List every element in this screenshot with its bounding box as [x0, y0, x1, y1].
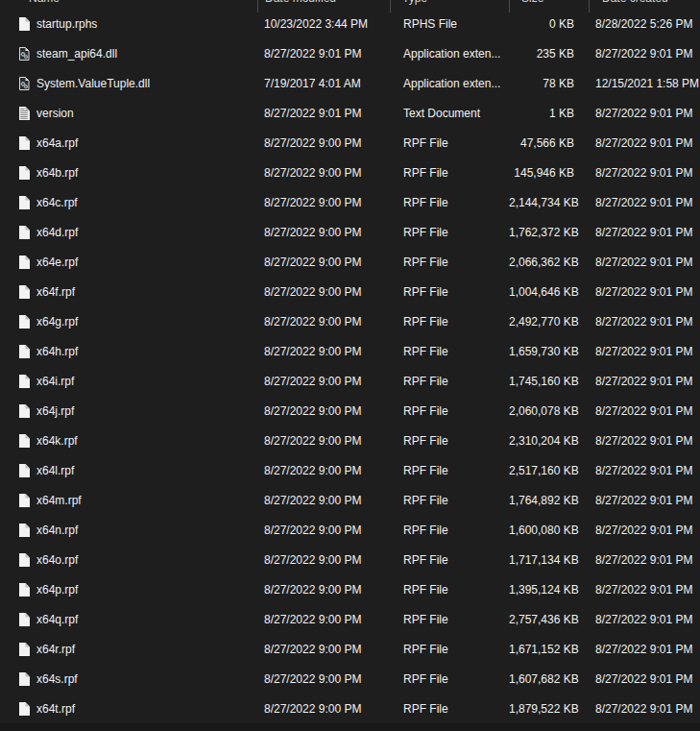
file-row[interactable]: x64k.rpf 8/27/2022 9:00 PM RPF File 2,31…: [0, 426, 700, 455]
size-cell: 2,517,160 KB: [509, 464, 589, 477]
date-modified-cell: 8/27/2022 9:00 PM: [257, 702, 390, 716]
name-cell: x64a.rpf: [0, 135, 257, 151]
date-modified-cell: 8/27/2022 9:00 PM: [257, 285, 390, 299]
file-row[interactable]: x64q.rpf 8/27/2022 9:00 PM RPF File 2,75…: [0, 604, 700, 634]
file-row[interactable]: x64o.rpf 8/27/2022 9:00 PM RPF File 1,71…: [0, 545, 700, 574]
blank-file-icon: [16, 135, 32, 151]
date-modified-cell: 8/27/2022 9:00 PM: [257, 226, 390, 239]
type-cell: RPF File: [390, 553, 509, 567]
file-row[interactable]: x64m.rpf 8/27/2022 9:00 PM RPF File 1,76…: [0, 485, 700, 515]
file-name: x64p.rpf: [36, 583, 78, 597]
size-cell: 1,600,080 KB: [509, 524, 589, 537]
date-created-cell: 8/27/2022 9:01 PM: [589, 643, 700, 656]
file-name: x64l.rpf: [36, 464, 74, 477]
date-created-cell: 8/27/2022 9:01 PM: [589, 583, 700, 597]
file-name: x64f.rpf: [36, 285, 75, 299]
file-name: x64a.rpf: [36, 136, 78, 150]
file-row[interactable]: x64h.rpf 8/27/2022 9:00 PM RPF File 1,65…: [0, 336, 700, 366]
date-modified-cell: 8/27/2022 9:00 PM: [257, 643, 390, 656]
size-cell: 1,607,682 KB: [509, 672, 589, 686]
type-cell: RPF File: [390, 613, 509, 626]
column-header-size[interactable]: Size: [521, 0, 543, 5]
size-cell: 235 KB: [509, 47, 589, 61]
date-modified-cell: 8/27/2022 9:01 PM: [257, 107, 390, 120]
date-modified-cell: 8/27/2022 9:00 PM: [257, 256, 390, 269]
type-cell: RPF File: [390, 285, 509, 299]
name-cell: x64j.rpf: [0, 403, 257, 419]
size-cell: 1,745,160 KB: [509, 375, 589, 388]
date-modified-cell: 8/27/2022 9:00 PM: [257, 583, 390, 597]
date-modified-cell: 8/27/2022 9:00 PM: [257, 404, 390, 418]
file-name: x64i.rpf: [36, 375, 74, 388]
file-row[interactable]: x64i.rpf 8/27/2022 9:00 PM RPF File 1,74…: [0, 366, 700, 396]
date-created-cell: 8/27/2022 9:01 PM: [589, 672, 700, 686]
file-row[interactable]: x64s.rpf 8/27/2022 9:00 PM RPF File 1,60…: [0, 664, 700, 694]
blank-file-icon: [16, 314, 32, 329]
name-cell: x64q.rpf: [0, 612, 257, 627]
blank-file-icon: [16, 16, 32, 32]
blank-file-icon: [16, 671, 32, 687]
name-cell: x64l.rpf: [0, 463, 257, 478]
column-header-type[interactable]: Type: [402, 0, 427, 5]
type-cell: RPF File: [390, 434, 509, 448]
blank-file-icon: [16, 374, 32, 389]
file-row[interactable]: x64p.rpf 8/27/2022 9:00 PM RPF File 1,39…: [0, 574, 700, 604]
size-cell: 2,310,204 KB: [509, 434, 589, 448]
date-created-cell: 8/28/2022 5:26 PM: [589, 17, 700, 31]
file-row[interactable]: x64j.rpf 8/27/2022 9:00 PM RPF File 2,06…: [0, 396, 700, 426]
date-created-cell: 8/27/2022 9:01 PM: [589, 613, 700, 626]
date-modified-cell: 8/27/2022 9:00 PM: [257, 553, 390, 567]
type-cell: RPF File: [390, 256, 509, 269]
file-row[interactable]: x64d.rpf 8/27/2022 9:00 PM RPF File 1,76…: [0, 217, 700, 247]
date-modified-cell: 8/27/2022 9:00 PM: [257, 494, 390, 507]
file-row[interactable]: x64e.rpf 8/27/2022 9:00 PM RPF File 2,06…: [0, 247, 700, 277]
size-cell: 78 KB: [509, 77, 589, 90]
blank-file-icon: [16, 255, 32, 270]
date-created-cell: 8/27/2022 9:01 PM: [589, 107, 700, 120]
column-header-date-created[interactable]: Date created: [602, 0, 668, 5]
blank-file-icon: [16, 612, 32, 627]
type-cell: RPF File: [390, 315, 509, 329]
type-cell: RPHS File: [390, 17, 509, 31]
size-cell: 1,395,124 KB: [509, 583, 589, 597]
size-cell: 1,879,522 KB: [509, 702, 589, 716]
name-cell: x64n.rpf: [0, 523, 257, 538]
file-row[interactable]: x64g.rpf 8/27/2022 9:00 PM RPF File 2,49…: [0, 306, 700, 336]
type-cell: RPF File: [390, 226, 509, 239]
blank-file-icon: [16, 284, 32, 300]
date-modified-cell: 10/23/2022 3:44 PM: [257, 17, 390, 31]
file-row[interactable]: version 8/27/2022 9:01 PM Text Document …: [0, 98, 700, 128]
file-name: x64k.rpf: [36, 434, 78, 448]
file-row[interactable]: startup.rphs 10/23/2022 3:44 PM RPHS Fil…: [0, 9, 700, 38]
column-header-date-modified[interactable]: Date modified: [265, 0, 336, 5]
blank-file-icon: [16, 433, 32, 449]
date-created-cell: 8/27/2022 9:01 PM: [589, 553, 700, 567]
file-row[interactable]: steam_api64.dll 8/27/2022 9:01 PM Applic…: [0, 38, 700, 68]
file-row[interactable]: x64r.rpf 8/27/2022 9:00 PM RPF File 1,67…: [0, 634, 700, 664]
text-document-icon: [16, 106, 32, 121]
date-modified-cell: 8/27/2022 9:00 PM: [257, 196, 390, 209]
date-created-cell: 8/27/2022 9:01 PM: [589, 315, 700, 329]
date-modified-cell: 8/27/2022 9:00 PM: [257, 345, 390, 358]
file-row[interactable]: x64n.rpf 8/27/2022 9:00 PM RPF File 1,60…: [0, 515, 700, 545]
file-row[interactable]: x64f.rpf 8/27/2022 9:00 PM RPF File 1,00…: [0, 277, 700, 306]
file-row[interactable]: x64a.rpf 8/27/2022 9:00 PM RPF File 47,5…: [0, 128, 700, 158]
name-cell: x64m.rpf: [0, 493, 257, 508]
column-header-name[interactable]: Name: [29, 0, 60, 5]
blank-file-icon: [16, 195, 32, 210]
file-name: x64q.rpf: [36, 613, 78, 626]
date-modified-cell: 7/19/2017 4:01 AM: [257, 77, 390, 90]
date-created-cell: 8/27/2022 9:01 PM: [589, 494, 700, 507]
date-created-cell: 8/27/2022 9:01 PM: [589, 136, 700, 150]
file-row[interactable]: x64c.rpf 8/27/2022 9:00 PM RPF File 2,14…: [0, 187, 700, 217]
file-row[interactable]: x64t.rpf 8/27/2022 9:00 PM RPF File 1,87…: [0, 694, 700, 723]
name-cell: x64o.rpf: [0, 552, 257, 568]
file-row[interactable]: x64l.rpf 8/27/2022 9:00 PM RPF File 2,51…: [0, 455, 700, 485]
name-cell: steam_api64.dll: [0, 46, 257, 61]
file-row[interactable]: x64b.rpf 8/27/2022 9:00 PM RPF File 145,…: [0, 158, 700, 187]
file-name: System.ValueTuple.dll: [36, 77, 150, 90]
size-cell: 0 KB: [509, 17, 589, 31]
date-modified-cell: 8/27/2022 9:00 PM: [257, 315, 390, 329]
file-row[interactable]: System.ValueTuple.dll 7/19/2017 4:01 AM …: [0, 68, 700, 98]
blank-file-icon: [16, 582, 32, 597]
